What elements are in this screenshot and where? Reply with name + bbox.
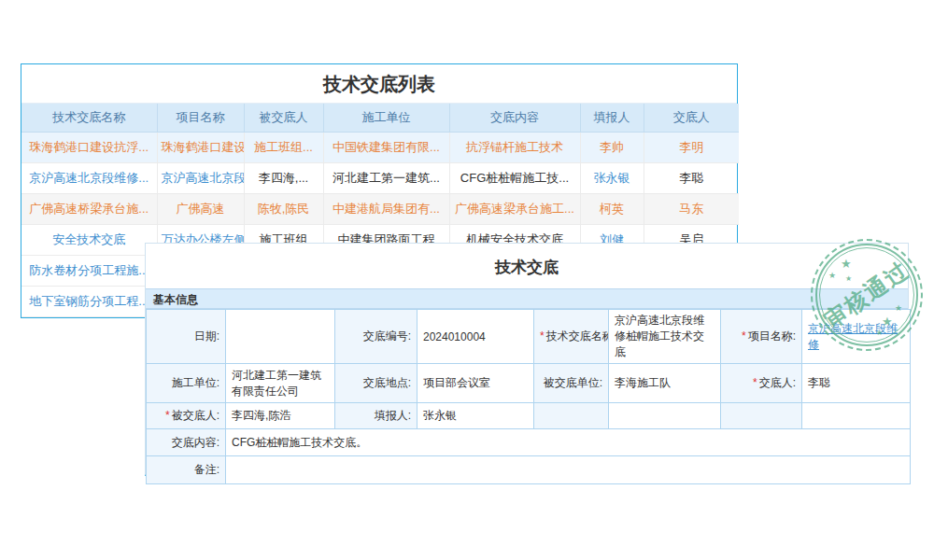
- column-header-unit: 施工单位: [323, 104, 449, 132]
- cell-discloser: 马东: [644, 193, 739, 224]
- discloser-value: 李聪: [802, 364, 911, 403]
- cell-receiver: 施工班组...: [244, 132, 323, 162]
- form-title: 技术交底: [146, 244, 908, 288]
- date-label: 日期:: [147, 310, 226, 364]
- cell-unit: 中国铁建集团有限...: [323, 132, 449, 162]
- cell-name-link[interactable]: 安全技术交底: [21, 224, 157, 255]
- remark-value: [226, 456, 911, 484]
- required-mark: *: [540, 329, 545, 343]
- cell-project[interactable]: 珠海鹤港口建设: [157, 132, 244, 162]
- cell-discloser: 李明: [644, 132, 739, 162]
- cell-name-link[interactable]: 地下室钢筋分项工程...: [21, 286, 157, 316]
- table-row[interactable]: 广佛高速桥梁承台施... 广佛高速 陈牧,陈民 中建港航局集团有... 广佛高速…: [21, 193, 739, 224]
- required-mark: *: [165, 409, 170, 422]
- remark-label: 备注:: [147, 456, 226, 484]
- filler-label: 填报人:: [335, 403, 417, 429]
- project-link[interactable]: 京沪高速北京段维修: [808, 322, 898, 351]
- receivers-label: *被交底人:: [147, 403, 226, 429]
- section-header-basic-info: 基本信息: [146, 288, 908, 309]
- table-row[interactable]: 京沪高速北京段维修... 京沪高速北京段... 李四海,... 河北建工第一建筑…: [21, 162, 739, 193]
- cell-unit: 中建港航局集团有...: [323, 193, 449, 224]
- column-header-receiver: 被交底人: [244, 104, 323, 132]
- cell-content: 抗浮锚杆施工技术: [449, 132, 580, 162]
- required-mark: *: [753, 376, 757, 389]
- column-header-content: 交底内容: [449, 104, 580, 132]
- filler-value: 张永银: [417, 403, 534, 429]
- column-header-filler: 填报人: [580, 104, 644, 132]
- page: 技术交底列表 技术交底名称 项目名称 被交底人 施工单位 交底内容 填报人 交底…: [0, 0, 934, 560]
- place-value: 项目部会议室: [417, 364, 534, 403]
- cell-name[interactable]: 广佛高速桥梁承台施...: [21, 193, 157, 224]
- discloser-label: *交底人:: [721, 364, 802, 403]
- number-value: 2024010004: [417, 310, 534, 364]
- cell-name[interactable]: 珠海鹤港口建设抗浮...: [21, 132, 157, 162]
- cell-filler-link[interactable]: 张永银: [580, 162, 644, 193]
- content-value: CFG桩桩帽施工技术交底。: [226, 429, 911, 456]
- empty-label-cell: [534, 403, 609, 429]
- receivers-value: 李四海,陈浩: [226, 403, 335, 429]
- empty-label-cell: [721, 403, 802, 429]
- table-row[interactable]: 珠海鹤港口建设抗浮... 珠海鹤港口建设 施工班组... 中国铁建集团有限...…: [21, 132, 739, 162]
- cell-receiver: 李四海,...: [244, 162, 323, 193]
- table-header-row: 技术交底名称 项目名称 被交底人 施工单位 交底内容 填报人 交底人: [21, 104, 739, 132]
- detail-form-table: 日期: 交底编号: 2024010004 *技术交底名称: 京沪高速北京段维修桩…: [146, 309, 911, 484]
- name-label: *技术交底名称:: [534, 310, 609, 364]
- recv-unit-label: 被交底单位:: [534, 364, 609, 403]
- cell-filler: 李帅: [580, 132, 644, 162]
- date-value: [226, 310, 335, 364]
- cell-discloser: 李聪: [644, 162, 739, 193]
- unit-label: 施工单位:: [147, 364, 226, 403]
- cell-project-link[interactable]: 京沪高速北京段...: [157, 162, 244, 193]
- recv-unit-value: 李海施工队: [609, 364, 721, 403]
- cell-name-link[interactable]: 防水卷材分项工程施...: [21, 255, 157, 286]
- unit-value: 河北建工第一建筑有限责任公司: [226, 364, 335, 403]
- project-label: *项目名称:: [721, 310, 802, 364]
- cell-content: 广佛高速梁承台施工...: [449, 193, 580, 224]
- cell-name-link[interactable]: 京沪高速北京段维修...: [21, 162, 157, 193]
- column-header-name: 技术交底名称: [21, 104, 157, 132]
- disclosure-detail-panel: 技术交底 基本信息 日期: 交底编号: 2024010004 *技术交底名称: …: [145, 243, 909, 476]
- cell-unit: 河北建工第一建筑...: [323, 162, 449, 193]
- empty-value-cell: [609, 403, 721, 429]
- cell-project[interactable]: 广佛高速: [157, 193, 244, 224]
- column-header-project: 项目名称: [157, 104, 244, 132]
- empty-value-cell: [802, 403, 911, 429]
- number-label: 交底编号:: [335, 310, 417, 364]
- cell-filler: 柯英: [580, 193, 644, 224]
- content-label: 交底内容:: [147, 429, 226, 456]
- cell-receiver: 陈牧,陈民: [244, 193, 323, 224]
- project-value: 京沪高速北京段维修: [802, 310, 911, 364]
- required-mark: *: [742, 329, 746, 343]
- list-title: 技术交底列表: [21, 64, 737, 104]
- place-label: 交底地点:: [335, 364, 417, 403]
- cell-content: CFG桩桩帽施工技...: [449, 162, 580, 193]
- name-value: 京沪高速北京段维修桩帽施工技术交底: [609, 310, 721, 364]
- column-header-discloser: 交底人: [644, 104, 739, 132]
